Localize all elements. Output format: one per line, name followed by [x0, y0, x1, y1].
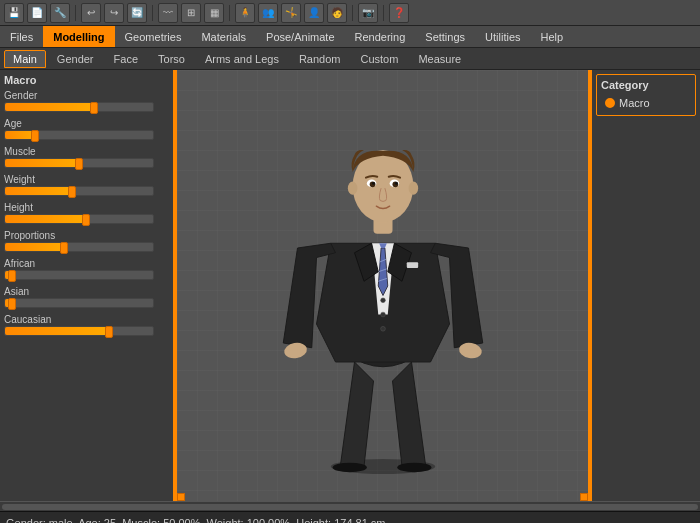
viewport-indicator-bl: [177, 493, 185, 501]
slider-thumb-gender[interactable]: [90, 102, 98, 114]
tool-figure2[interactable]: 👥: [258, 3, 278, 23]
slider-group-asian: Asian: [4, 286, 169, 308]
figure-area: [233, 96, 533, 476]
menu-pose-animate[interactable]: Pose/Animate: [256, 26, 344, 47]
slider-label-age: Age: [4, 118, 169, 129]
slider-track-proportions[interactable]: [4, 242, 154, 252]
slider-thumb-african[interactable]: [8, 270, 16, 282]
tool-reset[interactable]: 🔄: [127, 3, 147, 23]
statusbar: Gender: male, Age: 25, Muscle: 50.00%, W…: [0, 511, 700, 523]
menu-materials[interactable]: Materials: [191, 26, 256, 47]
tab-gender[interactable]: Gender: [48, 50, 103, 68]
slider-track-weight[interactable]: [4, 186, 154, 196]
tool-figure1[interactable]: 🧍: [235, 3, 255, 23]
tool-camera[interactable]: 📷: [358, 3, 378, 23]
tool-texture[interactable]: ▦: [204, 3, 224, 23]
main-content: Macro GenderAgeMuscleWeightHeightProport…: [0, 70, 700, 501]
tab-custom[interactable]: Custom: [351, 50, 407, 68]
slider-label-african: African: [4, 258, 169, 269]
slider-thumb-caucasian[interactable]: [105, 326, 113, 338]
sliders-container: GenderAgeMuscleWeightHeightProportionsAf…: [4, 90, 169, 336]
slider-group-proportions: Proportions: [4, 230, 169, 252]
svg-point-17: [372, 181, 375, 184]
menu-geometries[interactable]: Geometries: [115, 26, 192, 47]
slider-thumb-age[interactable]: [31, 130, 39, 142]
menu-utilities[interactable]: Utilities: [475, 26, 530, 47]
menu-rendering[interactable]: Rendering: [345, 26, 416, 47]
right-panel: Category Macro: [590, 70, 700, 501]
slider-track-muscle[interactable]: [4, 158, 154, 168]
tool-settings[interactable]: 🔧: [50, 3, 70, 23]
slider-label-height: Height: [4, 202, 169, 213]
tool-figure3[interactable]: 🤸: [281, 3, 301, 23]
slider-fill-proportions: [5, 243, 64, 251]
tool-figure4[interactable]: 👤: [304, 3, 324, 23]
tool-help[interactable]: ❓: [389, 3, 409, 23]
slider-thumb-height[interactable]: [82, 214, 90, 226]
left-panel: Macro GenderAgeMuscleWeightHeightProport…: [0, 70, 175, 501]
slider-track-height[interactable]: [4, 214, 154, 224]
tab-random[interactable]: Random: [290, 50, 350, 68]
slider-thumb-asian[interactable]: [8, 298, 16, 310]
slider-thumb-weight[interactable]: [68, 186, 76, 198]
category-title: Category: [601, 79, 691, 91]
slider-fill-height: [5, 215, 86, 223]
slider-track-asian[interactable]: [4, 298, 154, 308]
slider-fill-gender: [5, 103, 94, 111]
svg-rect-21: [406, 262, 417, 268]
category-box: Category Macro: [596, 74, 696, 116]
menubar: Files Modelling Geometries Materials Pos…: [0, 26, 700, 48]
svg-point-8: [380, 326, 385, 331]
tool-wave[interactable]: 〰: [158, 3, 178, 23]
svg-point-1: [332, 462, 366, 472]
viewport[interactable]: [175, 70, 590, 501]
slider-track-caucasian[interactable]: [4, 326, 154, 336]
toolbar-sep-5: [383, 5, 384, 21]
slider-group-gender: Gender: [4, 90, 169, 112]
menu-files[interactable]: Files: [0, 26, 43, 47]
slider-group-height: Height: [4, 202, 169, 224]
scroll-track[interactable]: [2, 504, 698, 510]
toolbar: 💾 📄 🔧 ↩ ↪ 🔄 〰 ⊞ ▦ 🧍 👥 🤸 👤 🧑 📷 ❓: [0, 0, 700, 26]
slider-group-muscle: Muscle: [4, 146, 169, 168]
tab-measure[interactable]: Measure: [409, 50, 470, 68]
svg-point-18: [394, 181, 397, 184]
menu-modelling[interactable]: Modelling: [43, 26, 114, 47]
tool-mesh[interactable]: ⊞: [181, 3, 201, 23]
status-text: Gender: male, Age: 25, Muscle: 50.00%, W…: [6, 517, 386, 524]
tab-main[interactable]: Main: [4, 50, 46, 68]
slider-track-age[interactable]: [4, 130, 154, 140]
viewport-indicator-br: [580, 493, 588, 501]
menu-help[interactable]: Help: [531, 26, 574, 47]
slider-group-weight: Weight: [4, 174, 169, 196]
toolbar-sep-2: [152, 5, 153, 21]
tool-figure5[interactable]: 🧑: [327, 3, 347, 23]
slider-track-gender[interactable]: [4, 102, 154, 112]
tool-new[interactable]: 📄: [27, 3, 47, 23]
slider-group-caucasian: Caucasian: [4, 314, 169, 336]
svg-point-2: [397, 462, 431, 472]
slider-track-african[interactable]: [4, 270, 154, 280]
svg-point-20: [408, 181, 418, 194]
slider-label-muscle: Muscle: [4, 146, 169, 157]
bottom-scrollbar[interactable]: [0, 501, 700, 511]
slider-fill-muscle: [5, 159, 79, 167]
tool-redo[interactable]: ↪: [104, 3, 124, 23]
svg-point-7: [380, 312, 385, 317]
menu-settings[interactable]: Settings: [415, 26, 475, 47]
slider-fill-caucasian: [5, 327, 109, 335]
slider-thumb-muscle[interactable]: [75, 158, 83, 170]
macro-panel-title: Macro: [4, 74, 169, 86]
tool-undo[interactable]: ↩: [81, 3, 101, 23]
slider-label-proportions: Proportions: [4, 230, 169, 241]
slider-thumb-proportions[interactable]: [60, 242, 68, 254]
radio-macro-circle: [605, 98, 615, 108]
toolbar-sep-3: [229, 5, 230, 21]
svg-point-6: [380, 297, 385, 302]
tab-torso[interactable]: Torso: [149, 50, 194, 68]
slider-group-age: Age: [4, 118, 169, 140]
tab-face[interactable]: Face: [105, 50, 147, 68]
tab-arms-legs[interactable]: Arms and Legs: [196, 50, 288, 68]
radio-macro[interactable]: Macro: [601, 95, 691, 111]
tool-save[interactable]: 💾: [4, 3, 24, 23]
